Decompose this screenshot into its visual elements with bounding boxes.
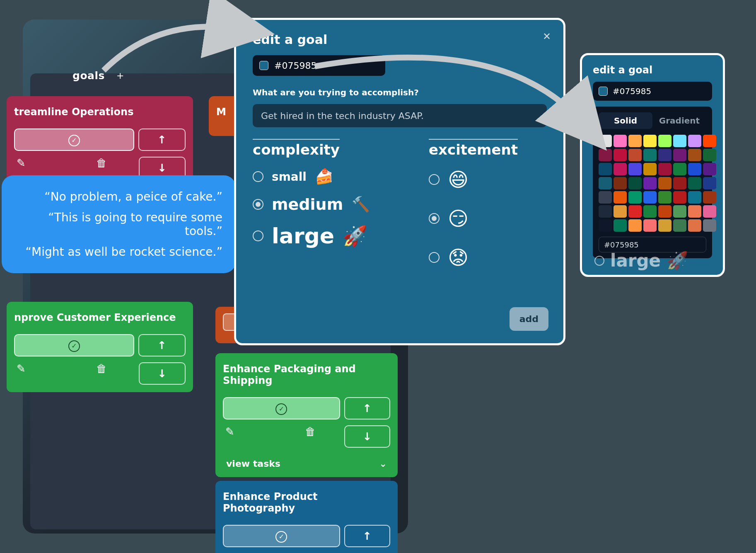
color-swatch[interactable] (599, 191, 612, 204)
color-swatch[interactable] (628, 163, 642, 175)
color-swatch[interactable] (703, 177, 716, 189)
color-swatch[interactable] (613, 163, 627, 175)
move-up-button[interactable] (344, 525, 390, 547)
color-swatch[interactable] (673, 219, 686, 232)
color-swatch[interactable] (628, 205, 642, 218)
radio[interactable] (253, 199, 263, 210)
goal-card-packaging[interactable]: Enhance Packaging and Shipping ✎ 🗑 view … (215, 353, 398, 477)
complete-button[interactable] (223, 397, 340, 420)
radio[interactable] (429, 213, 440, 224)
plus-icon[interactable]: + (116, 70, 124, 81)
color-swatch[interactable] (643, 149, 657, 161)
color-swatch[interactable] (628, 135, 642, 147)
excitement-option-smirk[interactable]: 😏 (429, 207, 547, 230)
radio[interactable] (429, 252, 440, 263)
color-swatch[interactable] (658, 205, 671, 218)
color-swatch[interactable] (599, 177, 612, 189)
complexity-header: complexity (253, 139, 340, 158)
trash-icon[interactable]: 🗑 (96, 362, 107, 385)
color-swatch[interactable] (613, 177, 627, 189)
hex-value: #075985 (274, 61, 316, 71)
complexity-option-large[interactable]: large 🚀 (253, 223, 371, 248)
color-picker-modal: edit a goal #075985 Solid Gradient #0759… (580, 53, 725, 277)
card-title: Enhance Product Photography (223, 491, 390, 514)
color-swatch[interactable] (613, 205, 627, 218)
color-hex-field[interactable]: #075985 (253, 55, 385, 76)
radio[interactable] (253, 230, 263, 241)
excitement-option-happy[interactable]: 😄 (429, 168, 547, 191)
color-swatch[interactable] (599, 163, 612, 175)
color-swatch[interactable] (658, 163, 671, 175)
color-swatch[interactable] (688, 149, 701, 161)
color-swatch[interactable] (613, 191, 627, 204)
color-swatch[interactable] (703, 191, 716, 204)
color-swatch[interactable] (688, 205, 701, 218)
color-swatch[interactable] (643, 191, 657, 204)
color-swatch[interactable] (688, 191, 701, 204)
color-swatch[interactable] (643, 177, 657, 189)
color-swatch[interactable] (628, 149, 642, 161)
color-swatch[interactable] (613, 135, 627, 147)
color-swatch[interactable] (643, 163, 657, 175)
pencil-icon[interactable]: ✎ (225, 425, 234, 448)
color-swatch[interactable] (599, 149, 612, 161)
color-swatch[interactable] (688, 177, 701, 189)
color-swatch[interactable] (613, 219, 627, 232)
color-swatch[interactable] (703, 135, 716, 147)
add-button[interactable]: add (510, 307, 548, 331)
complete-button[interactable] (14, 334, 134, 357)
complexity-option-small[interactable]: small 🍰 (253, 168, 371, 185)
color-swatch[interactable] (599, 219, 612, 232)
tab-gradient[interactable]: Gradient (652, 112, 706, 129)
color-swatch[interactable] (703, 149, 716, 161)
color-swatch[interactable] (643, 135, 657, 147)
move-down-button[interactable] (344, 425, 390, 448)
color-swatch[interactable] (703, 163, 716, 175)
complexity-option-medium[interactable]: medium 🔨 (253, 195, 371, 213)
trash-icon[interactable]: 🗑 (305, 425, 316, 448)
move-up-button[interactable] (138, 129, 186, 151)
color-swatch[interactable] (599, 135, 612, 147)
color-swatch[interactable] (673, 177, 686, 189)
color-swatch[interactable] (673, 135, 686, 147)
goal-card-improve-customer[interactable]: nprove Customer Experience ✎ 🗑 (7, 302, 193, 392)
goal-text-input[interactable]: Get hired in the tech industry ASAP. (253, 104, 547, 127)
color-swatch[interactable] (658, 177, 671, 189)
color-swatch[interactable] (599, 205, 612, 218)
move-up-button[interactable] (138, 334, 186, 357)
rocket-icon: 🚀 (343, 224, 367, 248)
color-swatch[interactable] (703, 205, 716, 218)
complete-button[interactable] (14, 129, 134, 151)
color-swatch[interactable] (628, 177, 642, 189)
view-tasks-toggle[interactable]: view tasks ⌄ (223, 452, 390, 477)
color-swatch[interactable] (688, 219, 701, 232)
goal-card-streamline[interactable]: treamline Operations ✎ 🗑 (7, 96, 193, 187)
color-swatch[interactable] (658, 135, 671, 147)
color-swatch[interactable] (658, 149, 671, 161)
color-swatch[interactable] (628, 191, 642, 204)
color-swatch[interactable] (673, 191, 686, 204)
excitement-option-sad[interactable]: 😟 (429, 246, 547, 269)
complete-button[interactable] (223, 525, 340, 547)
pencil-icon[interactable]: ✎ (17, 362, 26, 385)
radio[interactable] (253, 171, 263, 182)
radio[interactable] (429, 174, 440, 185)
tab-solid[interactable]: Solid (599, 112, 652, 129)
close-icon[interactable]: ✕ (543, 31, 551, 42)
color-swatch[interactable] (613, 149, 627, 161)
color-swatch[interactable] (658, 219, 671, 232)
color-swatch[interactable] (643, 219, 657, 232)
move-up-button[interactable] (344, 397, 390, 420)
goal-card-photography[interactable]: Enhance Product Photography (215, 481, 398, 553)
color-swatch[interactable] (673, 149, 686, 161)
color-swatch[interactable] (688, 163, 701, 175)
move-down-button[interactable] (139, 362, 186, 385)
picker-hex-field[interactable]: #075985 (593, 82, 712, 101)
color-swatch[interactable] (673, 205, 686, 218)
color-swatch[interactable] (628, 219, 642, 232)
color-swatch[interactable] (673, 163, 686, 175)
color-swatch[interactable] (658, 191, 671, 204)
color-swatch[interactable] (703, 219, 716, 232)
color-swatch[interactable] (643, 205, 657, 218)
color-swatch[interactable] (688, 135, 701, 147)
